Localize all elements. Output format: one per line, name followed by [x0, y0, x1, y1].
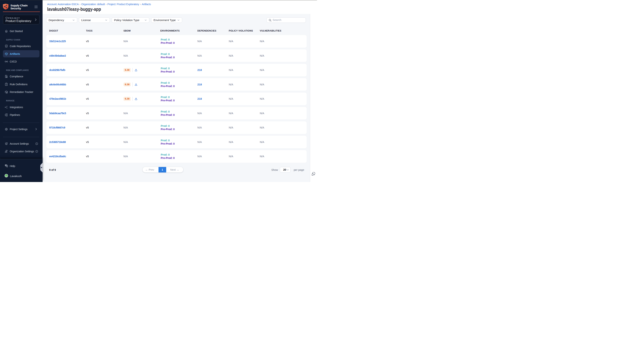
svg-text:?: ?: [6, 164, 7, 166]
